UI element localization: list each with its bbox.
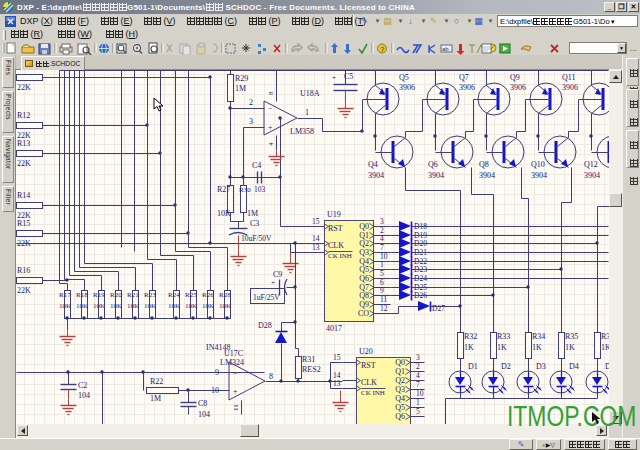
svg-text:R20: R20 <box>110 291 122 299</box>
svg-text:C3: C3 <box>250 219 259 228</box>
svg-text:+: + <box>332 74 336 82</box>
svg-text:R34: R34 <box>532 332 545 341</box>
svg-text:3904: 3904 <box>479 171 495 180</box>
svg-text:10K: 10K <box>219 302 231 310</box>
svg-text:11: 11 <box>232 404 240 411</box>
svg-text:13: 13 <box>312 243 320 252</box>
svg-text:Q7: Q7 <box>459 73 469 82</box>
svg-text:103: 103 <box>254 185 266 194</box>
svg-text:104: 104 <box>78 391 90 400</box>
svg-text:R22: R22 <box>150 377 163 386</box>
svg-text:R26: R26 <box>202 291 214 299</box>
svg-text:D28: D28 <box>258 321 272 330</box>
svg-text:3904: 3904 <box>368 171 384 180</box>
svg-text:R29: R29 <box>235 74 248 83</box>
svg-text:R35: R35 <box>565 332 578 341</box>
svg-text:1: 1 <box>416 398 420 407</box>
svg-text:8: 8 <box>269 372 273 381</box>
svg-text:R24: R24 <box>168 291 180 299</box>
svg-text:R17: R17 <box>59 291 71 299</box>
svg-text:Q3: Q3 <box>395 385 405 394</box>
svg-text:8: 8 <box>267 91 275 95</box>
svg-text:1K: 1K <box>565 343 575 352</box>
svg-text:1uF/25V: 1uF/25V <box>253 293 280 302</box>
svg-text:C9: C9 <box>273 270 282 279</box>
svg-text:10uF/50V: 10uF/50V <box>241 234 272 243</box>
svg-text:3906: 3906 <box>562 83 578 92</box>
svg-text:Q5: Q5 <box>399 73 409 82</box>
svg-text:+: + <box>271 279 275 287</box>
svg-text:10K: 10K <box>127 302 139 310</box>
svg-text:Q4: Q4 <box>395 394 405 403</box>
svg-text:+: + <box>268 123 273 132</box>
svg-text:D2: D2 <box>501 362 511 371</box>
svg-text:R15: R15 <box>17 219 30 228</box>
svg-text:U19: U19 <box>327 210 341 219</box>
svg-text:CK INH: CK INH <box>361 389 385 397</box>
svg-text:15: 15 <box>312 217 320 226</box>
svg-text:R18: R18 <box>76 291 88 299</box>
svg-text:7: 7 <box>380 243 384 252</box>
svg-text:R28: R28 <box>219 291 231 299</box>
svg-text:D1: D1 <box>468 362 478 371</box>
svg-text:R30: R30 <box>239 186 251 194</box>
svg-text:3: 3 <box>249 117 253 126</box>
svg-text:Q5: Q5 <box>359 265 369 274</box>
svg-text:4: 4 <box>267 142 275 146</box>
svg-text:5: 5 <box>416 407 420 416</box>
svg-text:5: 5 <box>380 269 384 278</box>
svg-text:R31: R31 <box>302 355 315 364</box>
svg-text:C8: C8 <box>198 399 207 408</box>
svg-text:R21: R21 <box>127 291 139 299</box>
svg-text:4017: 4017 <box>326 324 342 333</box>
svg-text:10: 10 <box>211 386 219 395</box>
svg-text:C5: C5 <box>344 72 353 81</box>
svg-text:10K: 10K <box>202 302 214 310</box>
svg-text:15: 15 <box>333 353 341 362</box>
svg-text:D3: D3 <box>536 362 546 371</box>
svg-text:1K: 1K <box>464 343 474 352</box>
svg-text:10K: 10K <box>144 302 156 310</box>
svg-text:4: 4 <box>416 371 420 380</box>
svg-text:Q8: Q8 <box>479 160 489 169</box>
svg-text:R32: R32 <box>464 332 477 341</box>
svg-text:1K: 1K <box>601 343 609 352</box>
svg-text:3904: 3904 <box>531 171 547 180</box>
svg-text:2: 2 <box>416 362 420 371</box>
svg-text:R36: R36 <box>601 332 609 341</box>
svg-text:10: 10 <box>416 389 424 398</box>
svg-text:RES2: RES2 <box>302 365 321 374</box>
svg-text:R25: R25 <box>185 291 197 299</box>
svg-text:Q2: Q2 <box>359 239 369 248</box>
svg-text:1M: 1M <box>235 84 246 93</box>
svg-text:3906: 3906 <box>510 83 526 92</box>
svg-text:1M: 1M <box>150 394 161 403</box>
svg-text:12: 12 <box>380 304 388 313</box>
svg-text:C2: C2 <box>78 381 87 390</box>
svg-text:D27: D27 <box>432 304 445 313</box>
svg-text:Q1: Q1 <box>395 367 405 376</box>
svg-text:Q4: Q4 <box>368 160 378 169</box>
svg-text:Q5: Q5 <box>395 403 405 412</box>
svg-text:22K: 22K <box>17 159 31 168</box>
svg-text:RST: RST <box>328 224 343 233</box>
svg-text:U20: U20 <box>359 347 373 356</box>
svg-text:Q6: Q6 <box>359 274 369 283</box>
svg-text:Q9: Q9 <box>510 73 520 82</box>
svg-text:1K: 1K <box>532 343 542 352</box>
svg-text:22K: 22K <box>17 83 31 92</box>
svg-text:1M: 1M <box>247 209 258 218</box>
svg-text:Q12: Q12 <box>584 160 598 169</box>
svg-text:IN4148: IN4148 <box>206 343 230 352</box>
svg-text:CLK: CLK <box>361 378 377 387</box>
svg-text:?: ? <box>380 45 385 54</box>
svg-text:10K: 10K <box>185 302 197 310</box>
svg-text:Q9: Q9 <box>359 300 369 309</box>
svg-text:3906: 3906 <box>459 83 475 92</box>
svg-text:14: 14 <box>312 234 320 243</box>
svg-text:Q6: Q6 <box>428 160 438 169</box>
svg-text:R12: R12 <box>17 111 30 120</box>
svg-text:C4: C4 <box>252 161 261 170</box>
svg-text:LM324: LM324 <box>220 358 244 367</box>
svg-text:−: − <box>233 369 238 378</box>
